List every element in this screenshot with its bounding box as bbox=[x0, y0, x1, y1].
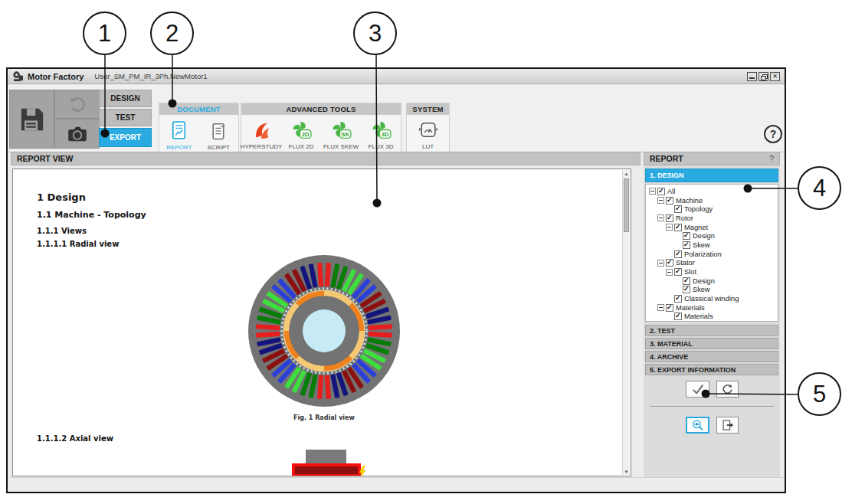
checkbox-checked-icon[interactable] bbox=[683, 241, 690, 249]
tree-item-slot[interactable]: Slot bbox=[649, 267, 778, 277]
checkbox-checked-icon[interactable] bbox=[674, 313, 682, 320]
group-advanced-tools-header: ADVANCED TOOLS bbox=[241, 103, 401, 115]
checkbox-checked-icon[interactable] bbox=[683, 277, 690, 285]
checkbox-checked-icon[interactable] bbox=[674, 205, 682, 213]
section-design[interactable]: 1. DESIGN bbox=[645, 169, 778, 182]
undo-icon bbox=[68, 95, 87, 113]
report-tool-label: REPORT bbox=[166, 144, 192, 151]
close-button[interactable]: ✕ bbox=[770, 72, 780, 81]
report-content-tree: All Machine Topology Rotor Magnet Design… bbox=[645, 184, 778, 322]
axial-view-coil bbox=[292, 463, 361, 476]
tree-item-polarization[interactable]: Polarization bbox=[649, 250, 778, 259]
undo-button[interactable] bbox=[54, 90, 100, 119]
title-bar: Motor Factory User_SM_PM_IR_3Ph.NewMotor… bbox=[8, 69, 785, 84]
checkbox-checked-icon[interactable] bbox=[674, 268, 682, 276]
check-icon bbox=[691, 383, 705, 395]
minimize-button[interactable] bbox=[747, 72, 757, 81]
flux-skew-icon: SK bbox=[331, 120, 352, 140]
tree-expander-icon[interactable] bbox=[657, 304, 664, 311]
app-title: Motor Factory bbox=[28, 72, 84, 81]
tab-design[interactable]: DESIGN bbox=[99, 90, 152, 107]
section-export-information[interactable]: 5. EXPORT INFORMATION bbox=[645, 364, 778, 375]
report-view-title: REPORT VIEW bbox=[17, 154, 74, 163]
main-toolbar: DESIGN TEST EXPORT DOCUMENT bbox=[8, 84, 785, 152]
panel-help-button[interactable]: ? bbox=[769, 154, 774, 163]
group-system-header: SYSTEM bbox=[407, 103, 449, 115]
report-view[interactable]: 1 Design 1.1 Machine - Topology 1.1.1 Vi… bbox=[12, 169, 631, 476]
tree-item-materials-child[interactable]: Materials bbox=[649, 313, 778, 322]
checkbox-checked-icon[interactable] bbox=[674, 295, 682, 303]
checkbox-checked-icon[interactable] bbox=[666, 259, 673, 267]
restore-button[interactable] bbox=[759, 72, 768, 81]
callout-1: 1 bbox=[83, 11, 126, 55]
screenshot-button[interactable] bbox=[54, 119, 100, 149]
tree-item-magnet-design[interactable]: Design bbox=[649, 231, 778, 241]
checkbox-checked-icon[interactable] bbox=[683, 286, 690, 293]
section-material[interactable]: 3. MATERIAL bbox=[645, 338, 778, 349]
flux2d-button[interactable]: 2D FLUX 2D bbox=[281, 120, 321, 150]
lut-label: LUT bbox=[422, 143, 434, 150]
report-tool-button[interactable]: REPORT bbox=[159, 120, 199, 151]
doc-heading-1: 1 Design bbox=[37, 191, 86, 203]
tab-test[interactable]: TEST bbox=[99, 109, 152, 126]
hyperstudy-label: HYPERSTUDY bbox=[241, 143, 283, 150]
checkbox-checked-icon[interactable] bbox=[683, 232, 690, 240]
preview-report-button[interactable] bbox=[686, 417, 709, 434]
group-document-header: DOCUMENT bbox=[159, 103, 238, 115]
tree-expander-icon[interactable] bbox=[649, 188, 656, 195]
tree-item-rotor[interactable]: Rotor bbox=[649, 214, 778, 223]
checkbox-checked-icon[interactable] bbox=[666, 197, 673, 205]
tree-item-topology[interactable]: Topology bbox=[649, 205, 778, 214]
flux-2d-icon: 2D bbox=[291, 120, 312, 140]
help-button[interactable]: ? bbox=[764, 125, 782, 143]
doc-heading-1-1-1-2: 1.1.1.2 Axial view bbox=[37, 434, 113, 443]
section-test[interactable]: 2. TEST bbox=[645, 325, 778, 336]
tree-item-machine[interactable]: Machine bbox=[649, 196, 778, 205]
tree-expander-icon[interactable] bbox=[666, 269, 673, 276]
tree-item-slot-skew[interactable]: Skew bbox=[649, 286, 778, 295]
script-tool-button[interactable]: SCRIPT bbox=[199, 120, 239, 151]
tree-item-classical-winding[interactable]: Classical winding bbox=[649, 294, 778, 303]
scrollbar-thumb[interactable] bbox=[624, 178, 629, 232]
lightning-bolt-icon bbox=[356, 466, 369, 476]
section-archive[interactable]: 4. ARCHIVE bbox=[645, 351, 778, 362]
save-button[interactable] bbox=[9, 90, 54, 149]
hyperstudy-button[interactable]: HYPERSTUDY bbox=[241, 120, 281, 150]
hyperstudy-icon bbox=[251, 120, 272, 140]
flux-3d-icon: 3D bbox=[371, 120, 392, 140]
tree-expander-icon[interactable] bbox=[657, 260, 664, 267]
checkbox-checked-icon[interactable] bbox=[674, 250, 682, 258]
checkbox-checked-icon[interactable] bbox=[666, 304, 673, 312]
tab-export[interactable]: EXPORT bbox=[99, 128, 152, 147]
doc-heading-1-1: 1.1 Machine - Topology bbox=[37, 210, 146, 220]
report-scrollbar[interactable]: ▲ ▼ bbox=[622, 170, 630, 475]
document-name: User_SM_PM_IR_3Ph.NewMotor1 bbox=[94, 72, 207, 80]
lut-button[interactable]: LUT bbox=[408, 120, 448, 150]
flux-skew-button[interactable]: SK FLUX SKEW bbox=[321, 120, 361, 150]
doc-heading-1-1-1: 1.1.1 Views bbox=[37, 227, 87, 235]
checkbox-checked-icon[interactable] bbox=[674, 224, 682, 231]
flux3d-button[interactable]: 3D FLUX 3D bbox=[361, 120, 401, 150]
flux-3d-badge: 3D bbox=[381, 131, 388, 138]
tree-item-stator[interactable]: Stator bbox=[649, 259, 778, 268]
tree-expander-icon[interactable] bbox=[657, 214, 664, 221]
report-settings-panel: REPORT ? 1. DESIGN All Machine Topology … bbox=[644, 152, 780, 479]
tree-item-all[interactable]: All bbox=[649, 187, 778, 196]
scroll-down-icon[interactable]: ▼ bbox=[623, 468, 630, 475]
reset-button[interactable] bbox=[716, 381, 739, 398]
motor-factory-window: Motor Factory User_SM_PM_IR_3Ph.NewMotor… bbox=[6, 67, 786, 493]
tree-item-slot-design[interactable]: Design bbox=[649, 277, 778, 286]
export-report-button[interactable] bbox=[716, 417, 739, 434]
scroll-up-icon[interactable]: ▲ bbox=[623, 170, 630, 177]
checkbox-checked-icon[interactable] bbox=[657, 188, 665, 195]
tree-item-materials[interactable]: Materials bbox=[649, 303, 778, 313]
tree-item-magnet[interactable]: Magnet bbox=[649, 223, 778, 232]
tree-expander-icon[interactable] bbox=[666, 224, 673, 231]
checkbox-checked-icon[interactable] bbox=[666, 214, 673, 222]
apply-button[interactable] bbox=[686, 381, 709, 398]
report-view-header: REPORT VIEW bbox=[11, 152, 641, 165]
tree-expander-icon[interactable] bbox=[657, 197, 664, 204]
tree-item-magnet-skew[interactable]: Skew bbox=[649, 241, 778, 250]
figure1-caption: Fig. 1 Radial view bbox=[293, 414, 355, 421]
callout-2: 2 bbox=[150, 11, 194, 55]
